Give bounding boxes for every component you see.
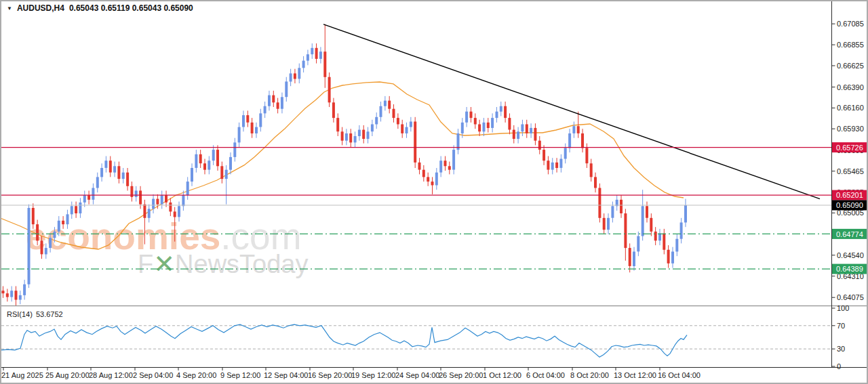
time-axis-label: 21 Aug 2025 [1, 371, 43, 379]
rsi-value: 53.6752 [36, 310, 63, 318]
time-axis-label: 16 Oct 04:00 [658, 371, 701, 379]
price-axis-label: 0.65465 [837, 167, 864, 175]
current-price-badge: 0.65090 [832, 200, 867, 211]
svg-text:0.64389: 0.64389 [836, 265, 863, 273]
time-axis-label: 9 Sep 12:00 [220, 371, 260, 379]
rsi-line[interactable] [1, 324, 687, 357]
time-axis-label: 13 Oct 12:00 [614, 371, 656, 379]
time-axis-label: 25 Aug 20:00 [45, 371, 90, 379]
svg-text:0.65090: 0.65090 [836, 201, 863, 209]
chart-surface[interactable] [1, 8, 831, 305]
price-axis-label: 0.66160 [837, 104, 864, 112]
rsi-axis-label: 0 [837, 362, 841, 370]
time-axis-label: 19 Sep 12:00 [351, 371, 395, 379]
time-scale[interactable]: 21 Aug 202525 Aug 20:0028 Aug 12:002 Sep… [1, 368, 701, 379]
symbol-period-label: AUDUSD,H4 [17, 3, 64, 13]
price-axis-label: 0.64540 [837, 251, 864, 259]
resistance-badge: 0.65201 [832, 190, 867, 200]
price-axis-label: 0.65930 [837, 125, 864, 133]
time-axis-label: 28 Aug 12:00 [89, 371, 133, 379]
time-axis-label: 16 Sep 20:00 [308, 371, 352, 379]
time-axis-label: 6 Oct 04:00 [526, 371, 565, 379]
time-axis-label: 4 Sep 20:00 [176, 371, 216, 379]
price-axis-label: 0.66390 [837, 83, 864, 91]
svg-text:0.65726: 0.65726 [836, 144, 863, 152]
rsi-name: RSI(14) [7, 310, 33, 318]
rsi-axis-label: 30 [837, 345, 845, 353]
price-axis-label: 0.64075 [837, 293, 864, 301]
time-axis-label: 8 Oct 20:00 [570, 371, 609, 379]
rsi-indicator-label: RSI(14) 53.6752 [7, 310, 63, 318]
rsi-axis-label: 100 [837, 304, 849, 312]
chart-title-bar: ▼ AUDUSD,H4 0.65043 0.65119 0.65043 0.65… [7, 3, 193, 13]
rsi-pane[interactable] [1, 324, 831, 357]
time-axis-label: 12 Sep 04:00 [264, 371, 308, 379]
chart-menu-icon[interactable]: ▼ [7, 5, 12, 12]
time-axis-label: 1 Oct 12:00 [483, 371, 521, 379]
support-badge: 0.64389 [832, 264, 867, 274]
price-axis-label: 0.66625 [837, 62, 864, 70]
chart-window: economies.comF✕NewsToday0.670850.668550.… [0, 0, 868, 384]
price-axis-label: 0.67085 [837, 20, 864, 28]
rsi-axis-label: 70 [837, 322, 845, 330]
svg-text:0.65201: 0.65201 [836, 191, 863, 199]
support-badge: 0.64774 [832, 229, 867, 239]
ohlc-values: 0.65043 0.65119 0.65043 0.65090 [69, 3, 193, 13]
price-axis-label: 0.66855 [837, 41, 864, 49]
time-axis-label: 2 Sep 04:00 [133, 371, 173, 379]
time-axis-label: 24 Sep 04:00 [395, 371, 439, 379]
resistance-badge: 0.65726 [832, 142, 867, 152]
svg-text:0.64774: 0.64774 [836, 230, 863, 238]
price-chart-canvas[interactable]: economies.comF✕NewsToday0.670850.668550.… [1, 1, 867, 383]
time-axis-label: 26 Sep 20:00 [439, 371, 483, 379]
